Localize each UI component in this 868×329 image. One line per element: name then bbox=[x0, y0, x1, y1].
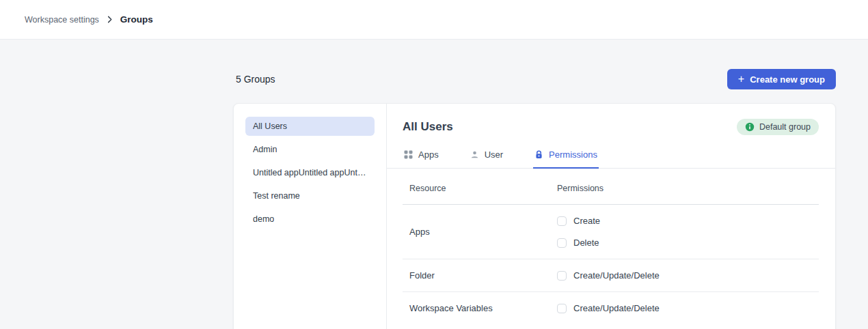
group-list: All Users Admin Untitled appUntitled app… bbox=[234, 104, 387, 329]
tab-apps[interactable]: Apps bbox=[403, 148, 440, 168]
checkbox-apps-create[interactable] bbox=[557, 216, 567, 226]
group-item-all-users[interactable]: All Users bbox=[245, 117, 375, 136]
group-item-test-rename[interactable]: Test rename bbox=[245, 186, 375, 205]
group-item-untitled-app[interactable]: Untitled appUntitled appUntitle… bbox=[245, 163, 375, 182]
group-title: All Users bbox=[403, 120, 453, 134]
group-item-demo[interactable]: demo bbox=[245, 210, 375, 229]
checkbox-workspace-variables-cud[interactable] bbox=[557, 304, 567, 313]
create-new-group-button[interactable]: + Create new group bbox=[727, 69, 836, 89]
permissions-table: Resource Permissions Apps Create bbox=[403, 169, 819, 324]
breadcrumb-workspace-settings[interactable]: Workspace settings bbox=[25, 15, 99, 25]
table-row-workspace-variables: Workspace Variables Create/Update/Delete bbox=[403, 292, 819, 324]
tab-user-label: User bbox=[485, 149, 503, 160]
chevron-right-icon bbox=[106, 16, 113, 23]
group-item-label: Untitled appUntitled appUntitle… bbox=[253, 168, 367, 177]
info-icon bbox=[745, 122, 755, 132]
group-item-label: demo bbox=[253, 214, 274, 224]
default-group-badge: Default group bbox=[737, 119, 819, 135]
tab-permissions-label: Permissions bbox=[549, 149, 597, 160]
tab-apps-label: Apps bbox=[418, 149, 439, 160]
group-item-admin[interactable]: Admin bbox=[245, 140, 375, 159]
permission-label: Delete bbox=[573, 238, 599, 248]
groups-card: All Users Admin Untitled appUntitled app… bbox=[233, 103, 836, 329]
create-new-group-label: Create new group bbox=[750, 74, 825, 85]
table-row-apps: Apps Create Delete bbox=[403, 205, 819, 259]
lock-icon bbox=[534, 150, 543, 159]
resource-label: Folder bbox=[403, 270, 557, 281]
breadcrumb-groups: Groups bbox=[120, 14, 153, 25]
user-icon bbox=[470, 150, 479, 159]
top-bar: Workspace settings Groups bbox=[0, 0, 868, 40]
tab-bar: Apps User bbox=[387, 148, 835, 169]
group-item-label: Admin bbox=[253, 145, 277, 154]
table-row-folder: Folder Create/Update/Delete bbox=[403, 259, 819, 292]
permission-label: Create/Update/Delete bbox=[573, 303, 660, 313]
breadcrumb: Workspace settings Groups bbox=[25, 14, 153, 25]
tab-permissions[interactable]: Permissions bbox=[533, 148, 599, 168]
groups-toolbar: 5 Groups + Create new group bbox=[233, 69, 836, 89]
column-header-resource: Resource bbox=[403, 184, 557, 193]
apps-grid-icon bbox=[404, 150, 413, 159]
resource-label: Workspace Variables bbox=[403, 303, 557, 313]
default-group-label: Default group bbox=[759, 122, 811, 132]
group-detail-panel: All Users Default group bbox=[387, 104, 835, 329]
group-item-label: All Users bbox=[253, 121, 287, 131]
tab-user[interactable]: User bbox=[469, 148, 504, 168]
group-item-label: Test rename bbox=[253, 191, 300, 201]
column-header-permissions: Permissions bbox=[557, 184, 819, 193]
resource-label: Apps bbox=[403, 227, 557, 237]
permission-label: Create bbox=[573, 216, 600, 226]
table-header: Resource Permissions bbox=[403, 169, 819, 205]
checkbox-apps-delete[interactable] bbox=[557, 238, 567, 248]
page-background: 5 Groups + Create new group All Users Ad… bbox=[0, 40, 868, 329]
checkbox-folder-cud[interactable] bbox=[557, 271, 567, 281]
plus-icon: + bbox=[738, 74, 744, 85]
permission-label: Create/Update/Delete bbox=[573, 270, 660, 281]
groups-count-label: 5 Groups bbox=[233, 74, 275, 85]
